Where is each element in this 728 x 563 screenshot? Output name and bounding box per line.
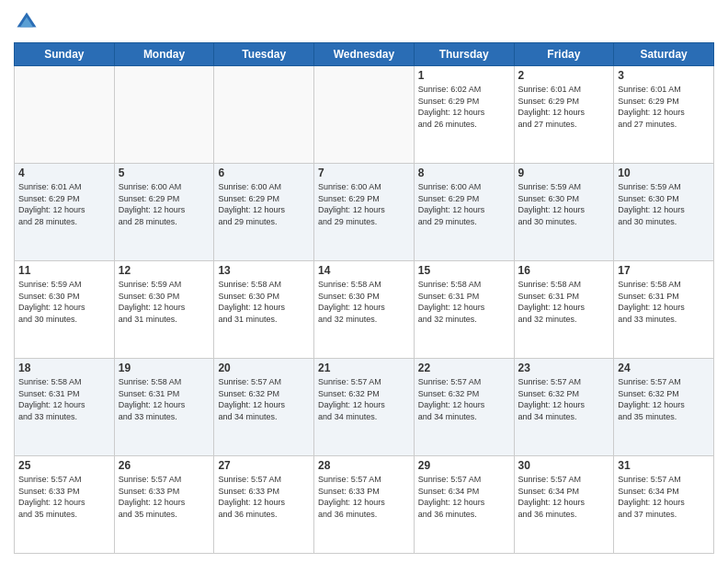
day-info: Sunrise: 5:58 AMSunset: 6:31 PMDaylight:… xyxy=(119,376,210,422)
day-number: 14 xyxy=(318,264,410,277)
day-number: 23 xyxy=(518,362,610,374)
day-info: Sunrise: 5:58 AMSunset: 6:31 PMDaylight:… xyxy=(18,376,110,422)
day-info: Sunrise: 5:59 AMSunset: 6:30 PMDaylight:… xyxy=(18,279,110,325)
calendar-cell: 7Sunrise: 6:00 AMSunset: 6:29 PMDaylight… xyxy=(314,164,415,261)
day-info: Sunrise: 5:57 AMSunset: 6:32 PMDaylight:… xyxy=(518,376,610,422)
day-info: Sunrise: 5:58 AMSunset: 6:30 PMDaylight:… xyxy=(218,279,310,325)
calendar-cell: 27Sunrise: 5:57 AMSunset: 6:33 PMDayligh… xyxy=(214,456,314,554)
day-info: Sunrise: 5:57 AMSunset: 6:34 PMDaylight:… xyxy=(518,474,610,520)
day-info: Sunrise: 6:01 AMSunset: 6:29 PMDaylight:… xyxy=(18,181,110,227)
calendar-cell: 30Sunrise: 5:57 AMSunset: 6:34 PMDayligh… xyxy=(514,456,614,554)
day-number: 4 xyxy=(18,167,110,179)
logo-icon xyxy=(14,9,40,35)
weekday-header-row: SundayMondayTuesdayWednesdayThursdayFrid… xyxy=(15,43,714,66)
day-number: 19 xyxy=(119,362,210,374)
day-number: 31 xyxy=(618,459,710,472)
day-info: Sunrise: 5:59 AMSunset: 6:30 PMDaylight:… xyxy=(618,181,710,227)
calendar-cell: 19Sunrise: 5:58 AMSunset: 6:31 PMDayligh… xyxy=(114,359,214,456)
week-row-3: 11Sunrise: 5:59 AMSunset: 6:30 PMDayligh… xyxy=(15,261,714,359)
calendar-cell: 25Sunrise: 5:57 AMSunset: 6:33 PMDayligh… xyxy=(15,456,115,554)
calendar-cell: 12Sunrise: 5:59 AMSunset: 6:30 PMDayligh… xyxy=(114,261,214,359)
calendar-cell xyxy=(114,66,214,164)
day-number: 20 xyxy=(218,362,310,374)
day-number: 11 xyxy=(18,264,110,277)
day-number: 3 xyxy=(618,69,710,82)
day-number: 2 xyxy=(518,69,610,82)
weekday-wednesday: Wednesday xyxy=(314,43,415,66)
day-info: Sunrise: 6:01 AMSunset: 6:29 PMDaylight:… xyxy=(618,84,710,130)
calendar-cell: 22Sunrise: 5:57 AMSunset: 6:32 PMDayligh… xyxy=(414,359,514,456)
week-row-2: 4Sunrise: 6:01 AMSunset: 6:29 PMDaylight… xyxy=(15,164,714,261)
day-info: Sunrise: 5:57 AMSunset: 6:34 PMDaylight:… xyxy=(618,474,710,520)
calendar-cell: 11Sunrise: 5:59 AMSunset: 6:30 PMDayligh… xyxy=(15,261,115,359)
header xyxy=(14,9,714,35)
day-number: 26 xyxy=(119,459,210,472)
day-info: Sunrise: 5:58 AMSunset: 6:31 PMDaylight:… xyxy=(418,279,510,325)
day-info: Sunrise: 6:02 AMSunset: 6:29 PMDaylight:… xyxy=(418,84,510,130)
day-info: Sunrise: 5:57 AMSunset: 6:32 PMDaylight:… xyxy=(218,376,310,422)
calendar-cell: 28Sunrise: 5:57 AMSunset: 6:33 PMDayligh… xyxy=(314,456,415,554)
day-number: 12 xyxy=(119,264,210,277)
day-info: Sunrise: 6:01 AMSunset: 6:29 PMDaylight:… xyxy=(518,84,610,130)
day-number: 18 xyxy=(18,362,110,374)
weekday-friday: Friday xyxy=(514,43,614,66)
day-number: 10 xyxy=(618,167,710,179)
day-info: Sunrise: 5:59 AMSunset: 6:30 PMDaylight:… xyxy=(518,181,610,227)
day-info: Sunrise: 5:59 AMSunset: 6:30 PMDaylight:… xyxy=(119,279,210,325)
day-number: 5 xyxy=(119,167,210,179)
day-info: Sunrise: 5:58 AMSunset: 6:30 PMDaylight:… xyxy=(318,279,410,325)
calendar-cell: 16Sunrise: 5:58 AMSunset: 6:31 PMDayligh… xyxy=(514,261,614,359)
day-number: 28 xyxy=(318,459,410,472)
day-info: Sunrise: 5:57 AMSunset: 6:33 PMDaylight:… xyxy=(18,474,110,520)
calendar-cell xyxy=(214,66,314,164)
week-row-5: 25Sunrise: 5:57 AMSunset: 6:33 PMDayligh… xyxy=(15,456,714,554)
calendar-cell: 15Sunrise: 5:58 AMSunset: 6:31 PMDayligh… xyxy=(414,261,514,359)
day-number: 8 xyxy=(418,167,510,179)
calendar-cell: 14Sunrise: 5:58 AMSunset: 6:30 PMDayligh… xyxy=(314,261,415,359)
day-number: 24 xyxy=(618,362,710,374)
day-info: Sunrise: 5:57 AMSunset: 6:33 PMDaylight:… xyxy=(119,474,210,520)
calendar-cell: 5Sunrise: 6:00 AMSunset: 6:29 PMDaylight… xyxy=(114,164,214,261)
day-number: 17 xyxy=(618,264,710,277)
calendar-cell: 31Sunrise: 5:57 AMSunset: 6:34 PMDayligh… xyxy=(614,456,714,554)
calendar-cell: 3Sunrise: 6:01 AMSunset: 6:29 PMDaylight… xyxy=(614,66,714,164)
day-info: Sunrise: 5:57 AMSunset: 6:33 PMDaylight:… xyxy=(318,474,410,520)
day-number: 7 xyxy=(318,167,410,179)
day-number: 21 xyxy=(318,362,410,374)
weekday-monday: Monday xyxy=(114,43,214,66)
day-info: Sunrise: 5:57 AMSunset: 6:32 PMDaylight:… xyxy=(618,376,710,422)
calendar-cell: 10Sunrise: 5:59 AMSunset: 6:30 PMDayligh… xyxy=(614,164,714,261)
day-info: Sunrise: 5:57 AMSunset: 6:32 PMDaylight:… xyxy=(418,376,510,422)
calendar-cell: 26Sunrise: 5:57 AMSunset: 6:33 PMDayligh… xyxy=(114,456,214,554)
day-number: 25 xyxy=(18,459,110,472)
logo xyxy=(14,9,43,35)
calendar-cell: 13Sunrise: 5:58 AMSunset: 6:30 PMDayligh… xyxy=(214,261,314,359)
day-number: 13 xyxy=(218,264,310,277)
day-number: 30 xyxy=(518,459,610,472)
day-number: 1 xyxy=(418,69,510,82)
day-info: Sunrise: 6:00 AMSunset: 6:29 PMDaylight:… xyxy=(218,181,310,227)
calendar-cell xyxy=(15,66,115,164)
calendar: SundayMondayTuesdayWednesdayThursdayFrid… xyxy=(14,42,714,554)
calendar-cell: 8Sunrise: 6:00 AMSunset: 6:29 PMDaylight… xyxy=(414,164,514,261)
day-number: 16 xyxy=(518,264,610,277)
calendar-cell: 1Sunrise: 6:02 AMSunset: 6:29 PMDaylight… xyxy=(414,66,514,164)
day-info: Sunrise: 6:00 AMSunset: 6:29 PMDaylight:… xyxy=(119,181,210,227)
calendar-cell: 24Sunrise: 5:57 AMSunset: 6:32 PMDayligh… xyxy=(614,359,714,456)
day-number: 27 xyxy=(218,459,310,472)
day-info: Sunrise: 5:57 AMSunset: 6:34 PMDaylight:… xyxy=(418,474,510,520)
week-row-4: 18Sunrise: 5:58 AMSunset: 6:31 PMDayligh… xyxy=(15,359,714,456)
page: SundayMondayTuesdayWednesdayThursdayFrid… xyxy=(0,0,728,563)
day-info: Sunrise: 5:57 AMSunset: 6:32 PMDaylight:… xyxy=(318,376,410,422)
calendar-cell: 21Sunrise: 5:57 AMSunset: 6:32 PMDayligh… xyxy=(314,359,415,456)
day-info: Sunrise: 5:58 AMSunset: 6:31 PMDaylight:… xyxy=(618,279,710,325)
day-number: 9 xyxy=(518,167,610,179)
calendar-cell: 18Sunrise: 5:58 AMSunset: 6:31 PMDayligh… xyxy=(15,359,115,456)
weekday-saturday: Saturday xyxy=(614,43,714,66)
day-number: 29 xyxy=(418,459,510,472)
calendar-cell: 20Sunrise: 5:57 AMSunset: 6:32 PMDayligh… xyxy=(214,359,314,456)
calendar-cell xyxy=(314,66,415,164)
calendar-cell: 9Sunrise: 5:59 AMSunset: 6:30 PMDaylight… xyxy=(514,164,614,261)
weekday-sunday: Sunday xyxy=(15,43,115,66)
day-info: Sunrise: 6:00 AMSunset: 6:29 PMDaylight:… xyxy=(318,181,410,227)
